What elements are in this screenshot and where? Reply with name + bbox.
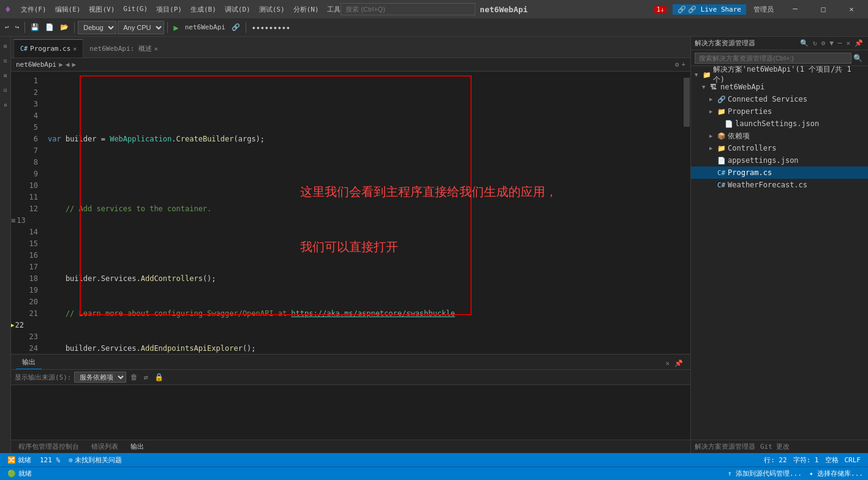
activity-icon-4[interactable]: ⊡ [1, 84, 10, 97]
menu-debug[interactable]: 调试(D) [221, 4, 254, 15]
panel-header-icons: 🔍 ↻ ⚙ ▼ ─ ✕ 📌 [799, 39, 864, 47]
menu-test[interactable]: 测试(S) [255, 4, 289, 15]
status-indicator[interactable]: ⊙ 未找到相关问题 [66, 456, 124, 465]
tree-item-solution[interactable]: ▼ 📁 解决方案'net6WebApi'(1 个项目/共 1 个) [691, 69, 868, 81]
scrollbar-thumb[interactable] [684, 78, 690, 127]
panel-icon-sync[interactable]: ↻ [812, 39, 818, 47]
output-tab-output[interactable]: 输出 [16, 356, 42, 369]
tree-item-controllers[interactable]: ▶ 📁 Controllers [691, 142, 868, 154]
toolbar-undo[interactable]: ↩ [2, 22, 12, 32]
output-word-wrap[interactable]: ⇄ [142, 373, 150, 381]
tab-overview[interactable]: net6WebApi: 概述 ✕ [83, 39, 164, 58]
menu-git[interactable]: Git(G) [119, 4, 151, 15]
bottom-source-control[interactable]: ↑ 添加到源代码管理... [728, 469, 802, 478]
panel-icon-pin[interactable]: 📌 [853, 39, 864, 47]
run-project-label[interactable]: net6WebApi [183, 22, 228, 32]
toolbar-redo[interactable]: ↪ [13, 22, 22, 32]
bottom-tabs-bar: 程序包管理器控制台 错误列表 输出 [11, 440, 690, 453]
run-button[interactable]: ▶ [171, 21, 181, 34]
output-source-select[interactable]: 服务依赖项 [74, 372, 126, 383]
bottom-tab-output[interactable]: 输出 [128, 441, 146, 452]
tree-item-properties[interactable]: ▶ 📁 Properties [691, 105, 868, 118]
live-share-button[interactable]: 🔗 🔗 Live Share [673, 4, 746, 15]
tab-label-overview: net6WebApi: 概述 [89, 44, 151, 53]
toolbar-save-all[interactable]: 💾 [28, 22, 42, 32]
tree-arrow-ctrl: ▶ [709, 145, 715, 151]
code-editor[interactable]: 1 2 3 4 5 6 7 8 9 10 11 12 ≡13 14 [11, 72, 690, 354]
solution-search-icon[interactable]: 🔍 [851, 54, 864, 62]
menu-file[interactable]: 文件(F) [17, 4, 50, 15]
tree-item-weatherforecast[interactable]: C# WeatherForecast.cs [691, 179, 868, 191]
solution-explorer-header: 解决方案资源管理器 🔍 ↻ ⚙ ▼ ─ ✕ 📌 [691, 37, 868, 50]
platform-select[interactable]: Any CPU [118, 21, 164, 34]
status-col[interactable]: 字符: 1 [791, 456, 821, 465]
activity-icon-1[interactable]: ⊞ [1, 40, 10, 53]
bottom-vsstatus-bar: 🟢 就绪 ↑ 添加到源代码管理... ✦ 选择存储库... [0, 467, 868, 480]
activity-icon-2[interactable]: ⊟ [1, 55, 10, 67]
tree-item-program[interactable]: C# Program.cs [691, 167, 868, 179]
right-bottom-label2[interactable]: Git 更改 [760, 442, 790, 451]
tree-label-controllers: Controllers [728, 144, 776, 152]
right-bottom-label1[interactable]: 解决方案资源管理器 [695, 442, 755, 451]
bottom-tab-errors[interactable]: 错误列表 [89, 441, 121, 452]
file-path-scroll-right[interactable]: ▶ [72, 61, 76, 69]
status-git[interactable]: 🔀 就绪 [5, 456, 34, 465]
status-line[interactable]: 行: 22 [761, 456, 790, 465]
tree-item-launch-settings[interactable]: 📄 launchSettings.json [691, 118, 868, 130]
menu-view[interactable]: 视图(V) [85, 4, 118, 15]
toolbar-open[interactable]: 📂 [58, 22, 71, 32]
file-path-scroll-left[interactable]: ◀ [66, 61, 70, 69]
search-input[interactable] [340, 3, 475, 15]
minimize-button[interactable]: ─ [781, 0, 809, 18]
toolbar-more[interactable]: ⬥⬥⬥⬥⬥⬥⬥⬥⬥ [249, 22, 293, 32]
output-panel-close[interactable]: ✕ [663, 358, 672, 369]
tree-item-appsettings[interactable]: 📄 appsettings.json [691, 154, 868, 167]
panel-icon-close[interactable]: ✕ [845, 39, 851, 47]
annotation-line1: 这里我们会看到主程序直接给我们生成的应用， [300, 182, 557, 201]
debug-config-select[interactable]: Debug [78, 21, 116, 34]
status-encoding[interactable]: CRLF [842, 456, 864, 464]
activity-icon-5[interactable]: ≡ [1, 99, 10, 111]
close-button[interactable]: ✕ [837, 0, 866, 18]
panel-icon-minimize[interactable]: ─ [837, 39, 843, 47]
restore-button[interactable]: □ [809, 0, 837, 18]
tree-item-connected-services[interactable]: ▶ 🔗 Connected Services [691, 93, 868, 105]
line-num-10: 10 [11, 180, 38, 192]
menu-analyze[interactable]: 分析(N) [290, 4, 323, 15]
output-clear[interactable]: 🗑 [129, 373, 140, 381]
bottom-select-repo[interactable]: ✦ 选择存储库... [809, 469, 863, 478]
tree-icon-solution: 📁 [703, 71, 711, 79]
activity-icon-3[interactable]: ⊠ [1, 70, 10, 82]
file-path-settings[interactable]: ⚙ [675, 61, 679, 69]
tabs-bar: C# Program.cs ✕ net6WebApi: 概述 ✕ [11, 37, 690, 58]
menu-build[interactable]: 生成(B) [187, 4, 220, 15]
solution-search-input[interactable] [695, 53, 851, 64]
code-content[interactable]: var builder = WebApplication.CreateBuild… [43, 72, 683, 354]
line-num-20: 20 [11, 296, 38, 308]
code-line-1: var builder = WebApplication.CreateBuild… [48, 133, 683, 145]
attach-button[interactable]: 🔗 [229, 22, 243, 32]
toolbar-sep4 [246, 22, 246, 33]
status-git-icon: 🔀 [7, 456, 16, 464]
live-share-label: 🔗 Live Share [688, 6, 741, 13]
panel-icon-filter[interactable]: ▼ [828, 39, 835, 47]
toolbar-new[interactable]: 📄 [43, 22, 56, 32]
status-spaces[interactable]: 空格 [823, 456, 841, 465]
menu-edit[interactable]: 编辑(E) [51, 4, 85, 15]
menu-project[interactable]: 项目(P) [153, 4, 186, 15]
editor-scrollbar[interactable] [683, 72, 690, 354]
bottom-ready: 🟢 [5, 470, 18, 478]
manage-button[interactable]: 管理员 [749, 4, 779, 15]
panel-icon-search[interactable]: 🔍 [799, 39, 810, 47]
tab-program-cs[interactable]: C# Program.cs ✕ [13, 39, 83, 58]
tab-close-overview[interactable]: ✕ [154, 45, 158, 52]
line-num-12: 12 [11, 203, 38, 215]
bottom-tab-pkg[interactable]: 程序包管理器控制台 [16, 441, 81, 452]
tab-close-program[interactable]: ✕ [73, 45, 77, 52]
output-lock[interactable]: 🔒 [153, 373, 165, 381]
panel-icon-settings[interactable]: ⚙ [820, 39, 827, 47]
tree-item-deps[interactable]: ▶ 📦 依赖项 [691, 130, 868, 142]
file-path-expand[interactable]: + [681, 61, 685, 69]
status-zoom[interactable]: 121 % [37, 456, 62, 464]
output-panel-pin[interactable]: 📌 [672, 358, 685, 369]
